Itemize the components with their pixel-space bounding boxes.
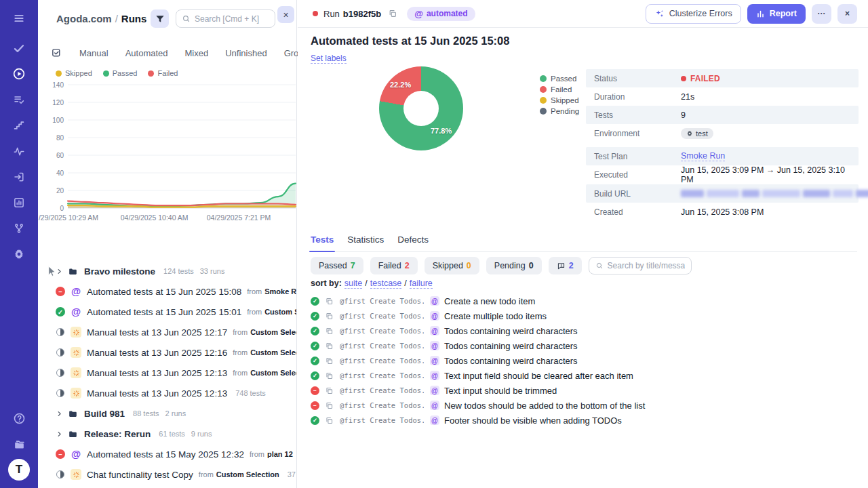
run-row[interactable]: Manual tests at 13 Jun 2025 12:13748 tes…: [38, 383, 296, 403]
run-row[interactable]: −@Automated tests at 15 Jun 2025 15:08fr…: [38, 281, 296, 302]
donut-legend-item-passed[interactable]: Passed: [540, 75, 579, 83]
tests-list: ✓@first Create Todos...@Create a new tod…: [311, 293, 863, 428]
test-row[interactable]: ✓@first Create Todos...@Todos containing…: [311, 323, 863, 338]
sort-by-testcase[interactable]: testcase: [370, 279, 402, 289]
run-group-row[interactable]: Bravo milestone124 tests33 runs: [38, 261, 296, 281]
sidebar-item-play-circle[interactable]: [5, 61, 33, 87]
set-labels-link[interactable]: Set labels: [311, 54, 347, 64]
automated-test-icon: @: [430, 356, 439, 365]
sidebar-item-bar-chart[interactable]: [5, 190, 33, 216]
test-row[interactable]: ✓@first Create Todos...@Footer should be…: [311, 413, 863, 428]
tab-manual[interactable]: Manual: [79, 48, 108, 58]
sign-in-icon: [13, 171, 25, 183]
run-row[interactable]: −@Automated tests at 15 May 2025 12:32fr…: [38, 444, 296, 464]
detail-row-created: CreatedJun 15, 2025 3:08 PM: [586, 203, 859, 221]
test-suite-path: @first Create Todos...: [340, 342, 424, 350]
run-row[interactable]: ✓@Automated tests at 15 Jun 2025 15:01fr…: [38, 302, 296, 322]
sidebar-item-activity[interactable]: [5, 138, 33, 164]
run-group-row[interactable]: Build 98188 tests2 runs: [38, 403, 296, 424]
legend-item-passed[interactable]: Passed: [103, 69, 138, 77]
automated-test-icon: @: [430, 401, 439, 410]
donut-legend-item-skipped[interactable]: Skipped: [540, 96, 579, 104]
chevron-right-icon[interactable]: [56, 410, 63, 418]
tab-defects[interactable]: Defects: [397, 235, 429, 245]
run-row[interactable]: Manual tests at 13 Jun 2025 12:16fromCus…: [38, 342, 296, 363]
tests-search-box[interactable]: [589, 257, 692, 274]
automated-test-icon: @: [430, 371, 439, 380]
environment-badge: test: [681, 128, 713, 139]
test-status-failed-icon: −: [311, 401, 319, 410]
select-all-icon[interactable]: [51, 47, 62, 59]
status-donut-chart[interactable]: 22.2% 77.8%: [379, 66, 463, 150]
legend-dot: [103, 70, 109, 77]
sidebar-item-check[interactable]: [5, 35, 33, 61]
donut-legend-item-failed[interactable]: Failed: [540, 85, 579, 94]
legend-item-skipped[interactable]: Skipped: [56, 69, 92, 77]
test-row[interactable]: ✓@first Create Todos...@Create multiple …: [311, 308, 863, 323]
tab-automated[interactable]: Automated: [125, 48, 168, 58]
test-suite-path: @first Create Todos...: [340, 327, 424, 335]
test-suite-path: @first Create Todos...: [340, 371, 424, 380]
test-row[interactable]: ✓@first Create Todos...@Create a new tod…: [311, 293, 863, 308]
sort-by-label: sort by:: [311, 279, 342, 288]
legend-dot: [540, 97, 547, 104]
test-row[interactable]: −@first Create Todos...@New todos should…: [311, 398, 863, 413]
test-row[interactable]: ✓@first Create Todos...@Todos containing…: [311, 353, 863, 368]
more-actions-button[interactable]: ···: [812, 4, 831, 24]
filter-comments[interactable]: 2: [549, 257, 582, 274]
automated-test-icon: @: [430, 386, 439, 395]
sidebar-item-menu[interactable]: [5, 5, 33, 31]
run-group-runs-count: 9 runs: [191, 430, 212, 438]
legend-dot: [148, 70, 154, 77]
tab-mixed[interactable]: Mixed: [185, 48, 209, 58]
menu-icon: [13, 12, 25, 24]
run-row[interactable]: Chat functinality test CopyfromCustom Se…: [38, 464, 296, 485]
chevron-right-icon[interactable]: [56, 268, 63, 275]
tab-unfinished[interactable]: Unfinished: [225, 48, 267, 58]
filter-passed[interactable]: Passed7: [311, 257, 363, 274]
close-panel-button[interactable]: ×: [277, 6, 294, 23]
run-group-row[interactable]: Release: Rerun61 tests9 runs: [38, 424, 296, 444]
search-input[interactable]: [195, 14, 269, 24]
test-row[interactable]: ✓@first Create Todos...@Todos containing…: [311, 338, 863, 353]
run-status-partial-icon: [56, 470, 64, 479]
test-row[interactable]: ✓@first Create Todos...@Text input field…: [311, 368, 863, 383]
filter-button[interactable]: [151, 9, 169, 28]
close-run-button[interactable]: ×: [837, 4, 857, 24]
clusterize-errors-button[interactable]: Clusterize Errors: [646, 4, 741, 24]
run-row[interactable]: Manual tests at 13 Jun 2025 12:13fromCus…: [38, 363, 296, 383]
breadcrumb-project[interactable]: Agoda.com: [56, 13, 112, 24]
run-status-partial-icon: [56, 389, 64, 397]
test-title: Text input should be trimmed: [444, 386, 557, 396]
sidebar-item-list-check[interactable]: [5, 87, 33, 113]
tab-tests[interactable]: Tests: [311, 235, 334, 245]
filter-failed[interactable]: Failed2: [370, 257, 418, 274]
automated-test-icon: @: [430, 341, 439, 350]
sidebar-item-git-branch[interactable]: [5, 216, 33, 241]
sidebar-item-steps[interactable]: [5, 113, 33, 138]
automated-badge[interactable]: @automated: [407, 7, 475, 21]
sidebar-item-sign-in[interactable]: [5, 164, 33, 190]
tab-statistics[interactable]: Statistics: [347, 235, 384, 245]
run-row[interactable]: Manual tests at 13 Jun 2025 12:17fromCus…: [38, 322, 296, 342]
filter-pending[interactable]: Pending0: [486, 257, 542, 274]
tests-search-input[interactable]: [608, 261, 685, 270]
test-plan-link[interactable]: Smoke Run: [681, 151, 725, 161]
run-title: Manual tests at 13 Jun 2025 12:17: [87, 327, 227, 338]
sidebar-item-gear[interactable]: [5, 241, 33, 267]
sort-by-failure[interactable]: failure: [410, 279, 433, 289]
copy-icon[interactable]: [388, 9, 397, 18]
legend-item-failed[interactable]: Failed: [148, 69, 178, 77]
sidebar-item-folders[interactable]: [5, 431, 33, 457]
steps-icon: [13, 119, 25, 131]
donut-legend-item-pending[interactable]: Pending: [540, 107, 579, 115]
sort-by-suite[interactable]: suite: [344, 279, 362, 289]
search-box[interactable]: [176, 9, 275, 28]
sidebar-item-help[interactable]: [5, 405, 33, 431]
test-row[interactable]: −@first Create Todos...@Text input shoul…: [311, 383, 863, 398]
chevron-right-icon[interactable]: [56, 430, 63, 438]
filter-skipped[interactable]: Skipped0: [425, 257, 479, 274]
test-title: Todos containing weird characters: [444, 356, 578, 366]
report-button[interactable]: Report: [747, 4, 806, 24]
app-logo[interactable]: T: [8, 459, 30, 481]
